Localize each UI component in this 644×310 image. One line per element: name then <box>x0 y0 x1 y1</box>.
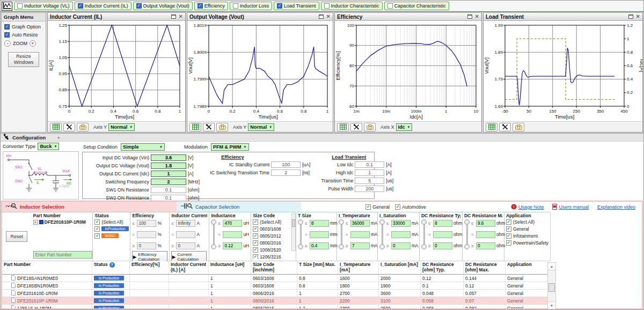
axis-y-select[interactable]: Normal▼ <box>108 123 135 131</box>
range-slider[interactable] <box>211 219 217 249</box>
slider-min-handle[interactable] <box>211 244 216 249</box>
table-scrollbar[interactable]: ▲ ▼ <box>547 262 556 309</box>
window-close-icon[interactable]: ✕ <box>475 14 479 19</box>
checkbox-icon[interactable]: ✓ <box>94 233 100 239</box>
setup-condition-select[interactable]: Simple▼ <box>121 143 165 151</box>
config-field-input[interactable] <box>271 161 301 168</box>
application-option[interactable]: ✓Infotainment <box>506 232 548 239</box>
tools-icon[interactable] <box>350 123 362 131</box>
status-option-select-all[interactable]: ✓(Select All) <box>94 218 128 225</box>
window-close-icon[interactable]: ✕ <box>179 14 183 19</box>
dc-resistance-typ-eq-input[interactable] <box>433 231 452 238</box>
config-field-input[interactable] <box>355 186 384 192</box>
inductor-current-eq-input[interactable] <box>176 231 195 238</box>
i-saturation-min-input[interactable] <box>391 242 411 249</box>
table-row[interactable]: DFE201610E-1R0MIn Production10806/201612… <box>2 290 551 297</box>
size-code-option[interactable]: ✓0806/2016 <box>253 239 294 246</box>
tools-icon[interactable] <box>203 123 215 131</box>
zoom-out-button[interactable]: - <box>4 40 11 47</box>
camera-icon[interactable] <box>513 123 524 131</box>
dc-resistance-max-max-input[interactable] <box>476 220 495 227</box>
help-icon[interactable]: ? <box>109 262 115 268</box>
remove-part-icon[interactable]: × <box>33 220 38 225</box>
data-table-icon[interactable] <box>189 123 201 131</box>
slider-min-handle[interactable] <box>421 244 427 249</box>
category-check-general[interactable]: ✓General <box>365 204 390 210</box>
inductor-current-min-input[interactable] <box>176 242 195 249</box>
size-code-option[interactable]: ✓(Select All) <box>253 218 294 225</box>
dc-resistance-typ-min-input[interactable] <box>433 242 452 249</box>
slider-min-handle[interactable] <box>339 244 344 249</box>
checkbox-icon[interactable]: ✓ <box>506 219 511 225</box>
window-maximize-icon[interactable] <box>628 14 633 19</box>
slider-max-handle[interactable] <box>298 219 303 225</box>
status-option-nrnd[interactable]: ✓NRND <box>94 232 128 239</box>
config-field-input[interactable] <box>151 171 186 177</box>
application-option[interactable]: ✓Powertrain/Safety <box>506 239 548 246</box>
axis-y-select[interactable]: Normal▼ <box>248 123 274 131</box>
toolbar-toggle-inductor-characteristic[interactable]: Inductor Characteristic <box>321 2 383 10</box>
modulation-select[interactable]: PFM & PWM▼ <box>211 143 248 151</box>
explanation-video-link[interactable]: Explanation video <box>597 204 635 210</box>
range-slider[interactable] <box>379 219 385 249</box>
efficiency-eq-input[interactable] <box>137 231 156 238</box>
checkbox-icon[interactable]: ✓ <box>253 240 258 246</box>
checkbox-icon[interactable]: ✓ <box>197 3 203 9</box>
toolbar-toggle-load-transient[interactable]: ✓Load Transient <box>274 2 319 10</box>
window-close-icon[interactable]: ✕ <box>636 14 640 19</box>
config-field-input[interactable] <box>151 179 186 185</box>
config-field-input[interactable] <box>355 178 384 184</box>
slider-min-handle[interactable] <box>464 244 470 249</box>
table-row[interactable]: DFE18SBN1R0ME0In Production10603/16080.8… <box>2 282 551 290</box>
reset-button[interactable]: Reset <box>6 231 27 242</box>
toolbar-toggle-capacitor-characteristic[interactable]: Capacitor Characteristic <box>384 2 449 10</box>
status-option-inproduction[interactable]: ✓InProduction <box>94 225 128 232</box>
graph-menu-option[interactable]: ✓Graph Option <box>2 21 46 29</box>
checkbox-icon[interactable] <box>324 3 330 9</box>
slider-max-handle[interactable] <box>339 219 344 225</box>
application-option[interactable]: ✓General <box>506 225 548 232</box>
checkbox-icon[interactable]: ✓ <box>277 3 282 9</box>
checkbox-icon[interactable]: ✓ <box>78 3 83 9</box>
table-row[interactable]: 1286AS-H-1R0MIn Production10806/20161.22… <box>2 305 551 308</box>
checkbox-icon[interactable]: ✓ <box>506 240 511 246</box>
inductance-eq-input[interactable] <box>223 231 242 238</box>
scroll-up-icon[interactable]: ▲ <box>548 263 555 270</box>
checkbox-icon[interactable]: ✓ <box>4 32 10 38</box>
t-size-eq-input[interactable] <box>310 231 329 238</box>
part-number-search-input[interactable] <box>33 251 92 259</box>
tab-capacitor-selection[interactable]: Capacitor Selection <box>177 202 301 212</box>
i-temperature-min-input[interactable] <box>350 242 370 249</box>
graph-menu-option[interactable]: ✓Auto Resize <box>2 29 46 38</box>
slider-max-handle[interactable] <box>379 219 385 225</box>
scroll-down-icon[interactable]: ▼ <box>548 301 555 309</box>
i-saturation-eq-input[interactable] <box>391 231 411 238</box>
checkbox-icon[interactable]: ✓ <box>506 226 511 232</box>
config-field-input[interactable] <box>151 154 186 161</box>
size-code-option[interactable]: ✓1008/2520 <box>253 246 294 253</box>
config-field-input[interactable] <box>151 187 186 193</box>
slider-max-handle[interactable] <box>421 219 427 225</box>
size-code-scrollbar[interactable] <box>291 213 296 251</box>
data-table-icon[interactable] <box>337 123 349 131</box>
slider-max-handle[interactable] <box>464 219 470 225</box>
checkbox-icon[interactable]: ✓ <box>395 204 400 210</box>
converter-type-select[interactable]: Buck▼ <box>38 143 59 150</box>
checkbox-icon[interactable]: ✓ <box>136 3 142 9</box>
camera-icon[interactable] <box>364 123 376 131</box>
toolbar-toggle-inductor-loss[interactable]: Inductor Loss <box>230 2 272 10</box>
slider-min-handle[interactable] <box>298 244 303 249</box>
window-maximize-icon[interactable] <box>319 14 324 19</box>
slider-min-handle[interactable] <box>379 244 385 249</box>
checkbox-icon[interactable]: ✓ <box>94 226 100 232</box>
tools-icon[interactable] <box>63 123 75 131</box>
checkbox-icon[interactable]: ✓ <box>253 254 258 260</box>
data-table-icon[interactable] <box>50 123 62 131</box>
checkbox-icon[interactable] <box>387 3 393 9</box>
checkbox-icon[interactable]: ✓ <box>253 219 258 225</box>
camera-icon[interactable] <box>77 123 89 131</box>
t-size-min-input[interactable] <box>310 242 329 249</box>
users-manual-link[interactable]: Users manual <box>552 204 589 210</box>
inductance-min-input[interactable] <box>223 242 242 249</box>
toolbar-toggle-efficiency[interactable]: ✓Efficiency <box>194 2 228 10</box>
